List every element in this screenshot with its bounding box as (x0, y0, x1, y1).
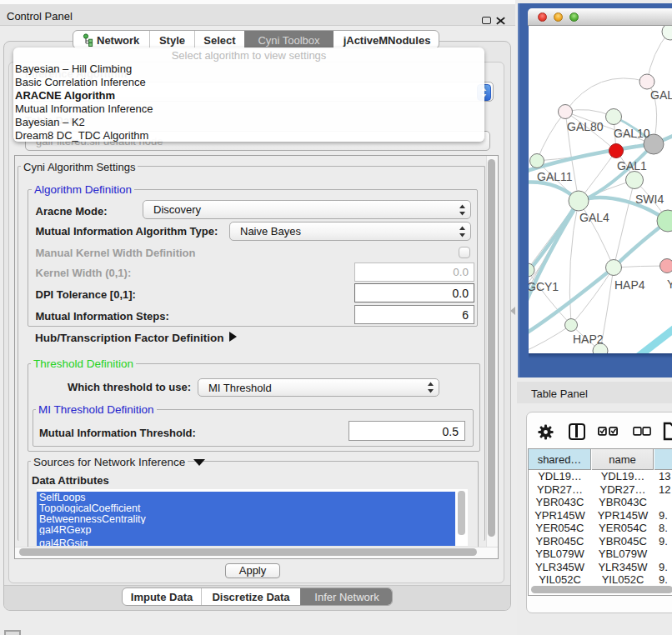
svg-text:GAL80: GAL80 (567, 120, 604, 133)
svg-text:GAL1: GAL1 (617, 159, 647, 172)
svg-text:SWI4: SWI4 (635, 192, 664, 206)
svg-text:GAL4: GAL4 (579, 211, 609, 224)
svg-text:HAP2: HAP2 (573, 332, 604, 346)
svg-text:Y: Y (667, 278, 672, 291)
svg-text:GAL10: GAL10 (614, 127, 650, 140)
svg-text:GAL11: GAL11 (537, 170, 573, 183)
svg-text:GCY1: GCY1 (529, 280, 559, 293)
svg-text:HAP4: HAP4 (614, 278, 645, 292)
svg-text:GAL2: GAL2 (650, 88, 672, 102)
